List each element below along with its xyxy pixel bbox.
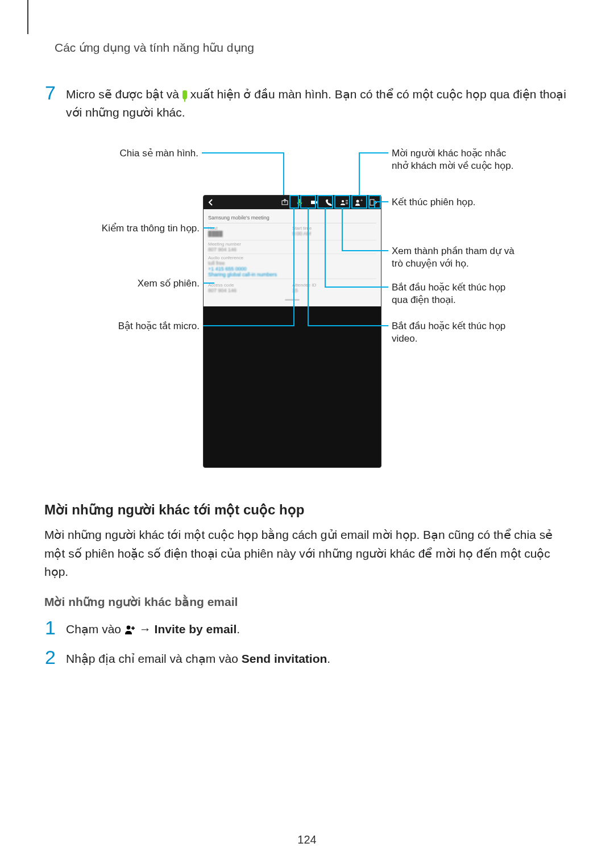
meeting-info-panel: Samsung mobile's meeting Host ████ Start… (204, 209, 381, 306)
label-video: Bắt đầu hoặc kết thúc họp video. (392, 320, 522, 345)
step-number-7: 7 (44, 83, 56, 102)
sub-heading: Mời những người khác bằng email (44, 595, 569, 609)
label-end-session: Kết thúc phiên họp. (392, 196, 522, 209)
back-icon[interactable] (207, 198, 215, 206)
step-7: 7 Micro sẽ được bật và xuất hiện ở đầu m… (44, 83, 569, 121)
section-paragraph: Mời những người khác tới một cuộc họp bằ… (44, 526, 569, 582)
label-check-info: Kiểm tra thông tin họp. (90, 222, 200, 235)
s1-arrow: → (136, 622, 155, 636)
panel-attendeeid-value: 15 (292, 288, 376, 293)
step-number-2: 2 (44, 647, 56, 667)
device-mock: + Samsung mobile's meeting Host ████ (203, 195, 381, 468)
invite-step-1: 1 Chạm vào → Invite by email. (44, 618, 569, 640)
highlight-invite-icon (351, 195, 367, 209)
label-invite: Mời người khác hoặc nhắc nhở khách mời v… (392, 147, 522, 172)
page-number: 124 (0, 833, 614, 846)
panel-sharing-link[interactable]: Sharing global call-in numbers (208, 272, 376, 277)
panel-meetingnum-label: Meeting number (208, 242, 376, 247)
share-screen-icon[interactable] (281, 198, 289, 206)
panel-audio-value: toll free (208, 260, 376, 266)
highlight-mic-icon (289, 195, 299, 209)
panel-meeting-title: Samsung mobile's meeting (208, 213, 376, 223)
panel-access-label: Access code (208, 283, 292, 288)
panel-toll-link[interactable]: +1 415 655 0000 (208, 266, 376, 272)
label-mic-toggle: Bật hoặc tắt micro. (113, 320, 200, 333)
invite-step2-text: Nhập địa chỉ email và chạm vào Send invi… (66, 647, 569, 668)
label-view-session: Xem số phiên. (125, 277, 200, 290)
label-share-screen: Chia sẻ màn hình. (119, 147, 198, 160)
svg-point-10 (126, 625, 130, 629)
s2-bold: Send invitation (242, 652, 327, 665)
highlight-video-icon (300, 195, 316, 209)
add-person-icon (125, 622, 136, 640)
section-heading: Mời những người khác tới một cuộc họp (44, 502, 569, 518)
label-audio: Bắt đầu hoặc kết thúc họp qua điện thoại… (392, 281, 522, 306)
s2-before: Nhập địa chỉ email và chạm vào (66, 652, 242, 665)
panel-drag-handle[interactable] (285, 299, 300, 301)
left-margin-line (27, 0, 28, 34)
invite-step-2: 2 Nhập địa chỉ email và chạm vào Send in… (44, 647, 569, 668)
invite-step1-text: Chạm vào → Invite by email. (66, 618, 569, 640)
highlight-phone-icon (317, 195, 333, 209)
s2-after: . (327, 652, 330, 665)
panel-attendeeid-label: Attendee ID (292, 283, 376, 288)
mic-icon (182, 90, 187, 99)
panel-access-value: 807 904 146 (208, 288, 292, 293)
panel-host-value: ████ (208, 231, 292, 236)
highlight-end-icon (368, 195, 381, 209)
step-7-text: Micro sẽ được bật và xuất hiện ở đầu màn… (66, 83, 569, 121)
annotated-screenshot: Chia sẻ màn hình. Kiểm tra thông tin họp… (73, 138, 540, 479)
label-attendees: Xem thành phần tham dự và trò chuyện với… (392, 245, 522, 270)
highlight-attendees-icon (334, 195, 350, 209)
s1-bold: Invite by email (155, 622, 237, 636)
s1-after: . (237, 622, 240, 636)
panel-host-label: Host (208, 226, 292, 231)
step7-before: Micro sẽ được bật và (66, 88, 182, 101)
s1-before: Chạm vào (66, 622, 125, 636)
panel-start-label: Start time (292, 226, 376, 231)
panel-audio-label: Audio conference (208, 255, 376, 260)
page-header: Các ứng dụng và tính năng hữu dụng (55, 41, 569, 55)
step-number-1: 1 (44, 618, 56, 637)
panel-meetingnum-value: 807 904 146 (208, 247, 376, 252)
panel-start-value: 9:00 AM (292, 231, 376, 236)
